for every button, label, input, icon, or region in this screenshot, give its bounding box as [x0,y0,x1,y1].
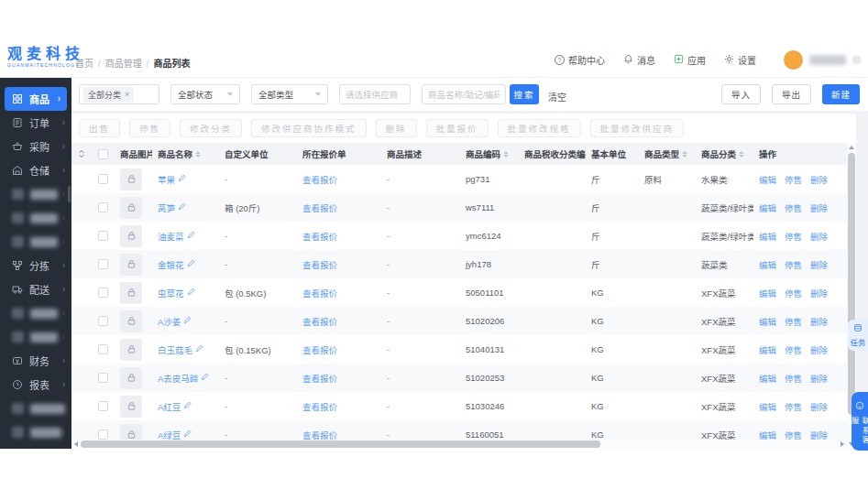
vertical-scroll-thumb[interactable] [848,153,855,415]
breadcrumb-section[interactable]: 商品管理 [105,59,142,69]
action-edit-link[interactable]: 编辑 [759,400,776,413]
sort-icon[interactable] [195,151,201,158]
sidebar-item[interactable]: 采购› [0,135,71,158]
view-quote-link[interactable]: 查看报价 [302,400,337,413]
scroll-left-icon[interactable] [71,440,81,449]
action-stop-sale-link[interactable]: 停售 [785,315,802,328]
contact-support-widget[interactable]: 联系客服 [852,392,868,451]
view-quote-link[interactable]: 查看报价 [302,201,337,214]
action-stop-sale-link[interactable]: 停售 [785,287,802,299]
row-checkbox[interactable] [98,373,108,383]
bulk-action-button[interactable]: 批量修改规格 [498,119,581,137]
sidebar-item[interactable]: 配送› [0,277,71,301]
column-header-type[interactable]: 商品类型 [639,147,696,160]
product-image-placeholder[interactable] [120,225,142,247]
bulk-action-button[interactable]: 修改供应商协作模式 [251,119,367,137]
action-stop-sale-link[interactable]: 停售 [785,372,802,385]
task-widget[interactable]: 任务 [848,320,868,351]
action-delete-link[interactable]: 删除 [810,230,828,243]
view-quote-link[interactable]: 查看报价 [302,230,337,243]
view-quote-link[interactable]: 查看报价 [302,372,337,385]
view-quote-link[interactable]: 查看报价 [302,173,337,186]
account-menu-icon[interactable] [852,56,861,64]
sidebar-item[interactable]: 分拣› [0,254,71,277]
bulk-action-button[interactable]: 删除 [376,119,417,137]
action-stop-sale-link[interactable]: 停售 [785,201,802,214]
product-name-link[interactable]: 苹果 [158,173,186,186]
horizontal-scroll-thumb[interactable] [81,440,600,448]
row-checkbox[interactable] [98,344,108,354]
user-account[interactable] [784,50,861,70]
action-edit-link[interactable]: 编辑 [759,258,776,271]
action-edit-link[interactable]: 编辑 [759,343,776,356]
product-name-link[interactable]: A去皮马蹄 [158,372,209,385]
action-stop-sale-link[interactable]: 停售 [785,400,802,413]
horizontal-scrollbar[interactable] [71,440,847,449]
sort-icon[interactable] [503,151,509,158]
action-delete-link[interactable]: 删除 [810,315,828,328]
view-quote-link[interactable]: 查看报价 [302,287,337,299]
sort-icon[interactable] [682,151,687,158]
action-stop-sale-link[interactable]: 停售 [785,230,802,243]
action-delete-link[interactable]: 删除 [810,258,828,271]
bulk-action-button[interactable]: 停售 [129,119,170,137]
action-delete-link[interactable]: 删除 [810,173,828,186]
row-checkbox[interactable] [98,429,108,440]
breadcrumb-home[interactable]: 首页 [75,59,93,69]
action-delete-link[interactable]: 删除 [810,343,828,356]
column-header-category[interactable]: 商品分类 [696,147,753,160]
action-edit-link[interactable]: 编辑 [759,315,776,328]
column-header-code[interactable]: 商品编码 [460,147,519,160]
sidebar-item[interactable]: 财务› [0,349,71,373]
select-all-checkbox[interactable] [98,149,108,159]
sort-icon[interactable] [739,151,744,158]
expand-all-icon[interactable] [71,149,92,158]
action-edit-link[interactable]: 编辑 [759,201,776,214]
view-quote-link[interactable]: 查看报价 [302,343,337,356]
row-checkbox[interactable] [98,202,108,212]
product-image-placeholder[interactable] [120,396,142,418]
sidebar-item-redacted[interactable]: › [0,182,71,206]
product-image-placeholder[interactable] [120,168,142,190]
action-stop-sale-link[interactable]: 停售 [785,173,802,186]
row-checkbox[interactable] [98,288,108,298]
category-multiselect[interactable]: 全部分类 × [79,84,159,104]
column-header-name[interactable]: 商品名称 [152,147,219,160]
product-image-placeholder[interactable] [120,254,142,276]
action-delete-link[interactable]: 删除 [810,400,828,413]
product-image-placeholder[interactable] [120,310,142,332]
brand-logo[interactable]: 观麦科技 GUANMAITECHNOLOGY [7,45,84,68]
action-edit-link[interactable]: 编辑 [759,287,776,299]
scroll-right-icon[interactable] [838,440,847,449]
bulk-action-button[interactable]: 出售 [79,119,120,137]
export-button[interactable]: 导出 [772,84,811,104]
product-name-link[interactable]: 油麦菜 [158,230,195,243]
product-name-link[interactable]: 金银花 [158,258,195,271]
product-name-link[interactable]: 莴笋 [158,201,186,214]
action-stop-sale-link[interactable]: 停售 [785,258,802,271]
sidebar-item-redacted[interactable]: › [0,301,71,325]
create-button[interactable]: 新建 [822,84,860,104]
sidebar-item[interactable]: 订单› [0,111,71,135]
bulk-action-button[interactable]: 批量报价 [426,119,489,137]
product-name-link[interactable]: A红豆 [158,400,192,413]
avatar[interactable] [784,50,803,70]
row-checkbox[interactable] [98,231,108,241]
sidebar-item-redacted[interactable]: › [0,325,71,349]
product-name-link[interactable]: 白玉菇毛 [158,343,203,356]
type-select[interactable]: 全部类型 [251,84,328,104]
action-stop-sale-link[interactable]: 停售 [785,343,802,356]
sidebar-item-redacted[interactable]: › [0,230,71,254]
action-edit-link[interactable]: 编辑 [759,230,776,243]
settings-menu[interactable]: 设置 [724,53,756,67]
sidebar-item[interactable]: 仓储› [0,158,71,182]
import-button[interactable]: 导入 [721,84,761,104]
search-input[interactable] [422,84,506,104]
action-edit-link[interactable]: 编辑 [759,173,776,186]
sidebar-item[interactable]: 商品› [5,87,67,111]
status-select[interactable]: 全部状态 [170,84,240,104]
supplier-input[interactable] [339,84,411,104]
messages-menu[interactable]: 消息 [623,53,655,67]
action-delete-link[interactable]: 删除 [810,372,828,385]
action-delete-link[interactable]: 删除 [810,201,828,214]
